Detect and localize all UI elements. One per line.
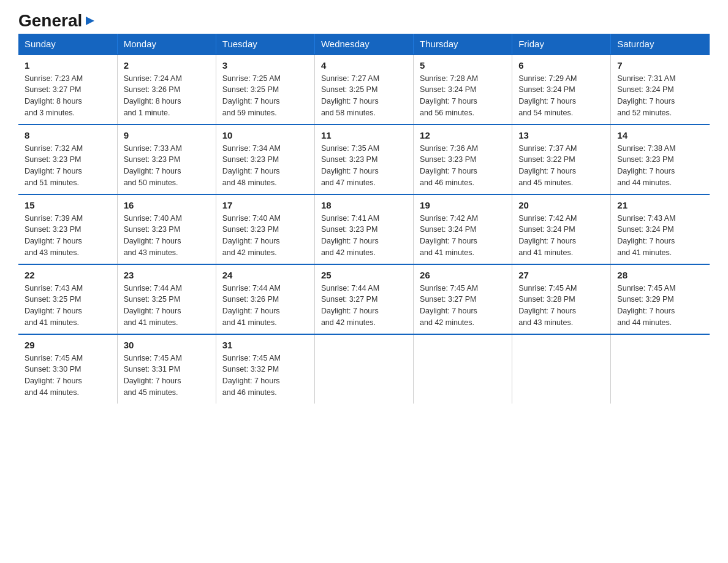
day-info: Sunrise: 7:45 AM Sunset: 3:30 PM Dayligh… [25, 353, 111, 399]
day-info: Sunrise: 7:43 AM Sunset: 3:25 PM Dayligh… [25, 283, 111, 329]
week-row-2: 8Sunrise: 7:32 AM Sunset: 3:23 PM Daylig… [18, 124, 710, 194]
calendar-cell [314, 334, 413, 404]
calendar-cell: 23Sunrise: 7:44 AM Sunset: 3:25 PM Dayli… [117, 264, 216, 334]
day-number: 18 [321, 200, 407, 210]
calendar-cell: 25Sunrise: 7:44 AM Sunset: 3:27 PM Dayli… [314, 264, 413, 334]
day-info: Sunrise: 7:45 AM Sunset: 3:31 PM Dayligh… [124, 353, 210, 399]
calendar-cell: 13Sunrise: 7:37 AM Sunset: 3:22 PM Dayli… [512, 124, 611, 194]
day-info: Sunrise: 7:43 AM Sunset: 3:24 PM Dayligh… [617, 213, 703, 259]
day-info: Sunrise: 7:27 AM Sunset: 3:25 PM Dayligh… [321, 73, 407, 119]
calendar-cell: 12Sunrise: 7:36 AM Sunset: 3:23 PM Dayli… [414, 124, 512, 194]
day-number: 17 [222, 200, 308, 210]
calendar-cell: 24Sunrise: 7:44 AM Sunset: 3:26 PM Dayli… [216, 264, 314, 334]
day-number: 31 [222, 340, 308, 350]
calendar-cell: 22Sunrise: 7:43 AM Sunset: 3:25 PM Dayli… [18, 264, 117, 334]
day-info: Sunrise: 7:44 AM Sunset: 3:27 PM Dayligh… [321, 283, 407, 329]
calendar-cell: 7Sunrise: 7:31 AM Sunset: 3:24 PM Daylig… [611, 55, 710, 124]
day-number: 10 [222, 130, 308, 140]
day-info: Sunrise: 7:37 AM Sunset: 3:22 PM Dayligh… [518, 143, 604, 189]
day-number: 13 [518, 130, 604, 140]
calendar-cell: 15Sunrise: 7:39 AM Sunset: 3:23 PM Dayli… [18, 194, 117, 264]
logo-triangle-icon [83, 14, 97, 28]
day-number: 8 [25, 130, 111, 140]
day-info: Sunrise: 7:44 AM Sunset: 3:25 PM Dayligh… [124, 283, 210, 329]
calendar-cell: 17Sunrise: 7:40 AM Sunset: 3:23 PM Dayli… [216, 194, 314, 264]
calendar-cell: 5Sunrise: 7:28 AM Sunset: 3:24 PM Daylig… [414, 55, 512, 124]
day-info: Sunrise: 7:25 AM Sunset: 3:25 PM Dayligh… [222, 73, 308, 119]
week-row-1: 1Sunrise: 7:23 AM Sunset: 3:27 PM Daylig… [18, 55, 710, 124]
calendar-cell: 27Sunrise: 7:45 AM Sunset: 3:28 PM Dayli… [512, 264, 611, 334]
day-number: 26 [420, 270, 506, 280]
day-info: Sunrise: 7:45 AM Sunset: 3:28 PM Dayligh… [518, 283, 604, 329]
day-info: Sunrise: 7:40 AM Sunset: 3:23 PM Dayligh… [124, 213, 210, 259]
day-info: Sunrise: 7:42 AM Sunset: 3:24 PM Dayligh… [420, 213, 506, 259]
calendar-cell: 8Sunrise: 7:32 AM Sunset: 3:23 PM Daylig… [18, 124, 117, 194]
day-number: 30 [124, 340, 210, 350]
calendar-cell: 29Sunrise: 7:45 AM Sunset: 3:30 PM Dayli… [18, 334, 117, 404]
day-info: Sunrise: 7:31 AM Sunset: 3:24 PM Dayligh… [617, 73, 703, 119]
weekday-header-row: SundayMondayTuesdayWednesdayThursdayFrid… [18, 34, 710, 55]
svg-marker-0 [86, 17, 94, 25]
day-info: Sunrise: 7:45 AM Sunset: 3:32 PM Dayligh… [222, 353, 308, 399]
calendar-cell: 11Sunrise: 7:35 AM Sunset: 3:23 PM Dayli… [314, 124, 413, 194]
calendar-cell [414, 334, 512, 404]
day-info: Sunrise: 7:35 AM Sunset: 3:23 PM Dayligh… [321, 143, 407, 189]
logo-general: General [18, 11, 82, 30]
weekday-header-monday: Monday [117, 34, 216, 55]
calendar-cell: 18Sunrise: 7:41 AM Sunset: 3:23 PM Dayli… [314, 194, 413, 264]
calendar-cell [512, 334, 611, 404]
day-number: 3 [222, 60, 308, 71]
calendar-cell: 1Sunrise: 7:23 AM Sunset: 3:27 PM Daylig… [18, 55, 117, 124]
day-info: Sunrise: 7:29 AM Sunset: 3:24 PM Dayligh… [518, 73, 604, 119]
day-number: 21 [617, 200, 703, 210]
day-info: Sunrise: 7:32 AM Sunset: 3:23 PM Dayligh… [25, 143, 111, 189]
day-info: Sunrise: 7:36 AM Sunset: 3:23 PM Dayligh… [420, 143, 506, 189]
day-number: 7 [617, 60, 703, 71]
day-number: 11 [321, 130, 407, 140]
page-header: General [18, 12, 710, 28]
calendar-cell: 2Sunrise: 7:24 AM Sunset: 3:26 PM Daylig… [117, 55, 216, 124]
weekday-header-wednesday: Wednesday [314, 34, 413, 55]
calendar-cell: 10Sunrise: 7:34 AM Sunset: 3:23 PM Dayli… [216, 124, 314, 194]
calendar-cell: 31Sunrise: 7:45 AM Sunset: 3:32 PM Dayli… [216, 334, 314, 404]
calendar-cell: 6Sunrise: 7:29 AM Sunset: 3:24 PM Daylig… [512, 55, 611, 124]
day-number: 29 [25, 340, 111, 350]
day-number: 24 [222, 270, 308, 280]
day-number: 16 [124, 200, 210, 210]
day-number: 27 [518, 270, 604, 280]
day-info: Sunrise: 7:45 AM Sunset: 3:29 PM Dayligh… [617, 283, 703, 329]
week-row-4: 22Sunrise: 7:43 AM Sunset: 3:25 PM Dayli… [18, 264, 710, 334]
day-info: Sunrise: 7:33 AM Sunset: 3:23 PM Dayligh… [124, 143, 210, 189]
day-number: 5 [420, 60, 506, 71]
day-info: Sunrise: 7:28 AM Sunset: 3:24 PM Dayligh… [420, 73, 506, 119]
day-info: Sunrise: 7:42 AM Sunset: 3:24 PM Dayligh… [518, 213, 604, 259]
day-info: Sunrise: 7:39 AM Sunset: 3:23 PM Dayligh… [25, 213, 111, 259]
weekday-header-tuesday: Tuesday [216, 34, 314, 55]
calendar-cell: 16Sunrise: 7:40 AM Sunset: 3:23 PM Dayli… [117, 194, 216, 264]
day-info: Sunrise: 7:38 AM Sunset: 3:23 PM Dayligh… [617, 143, 703, 189]
weekday-header-saturday: Saturday [611, 34, 710, 55]
calendar-cell: 20Sunrise: 7:42 AM Sunset: 3:24 PM Dayli… [512, 194, 611, 264]
day-number: 1 [25, 60, 111, 71]
calendar-cell [611, 334, 710, 404]
calendar-cell: 4Sunrise: 7:27 AM Sunset: 3:25 PM Daylig… [314, 55, 413, 124]
day-number: 25 [321, 270, 407, 280]
calendar-table: SundayMondayTuesdayWednesdayThursdayFrid… [18, 34, 710, 404]
day-info: Sunrise: 7:45 AM Sunset: 3:27 PM Dayligh… [420, 283, 506, 329]
day-number: 12 [420, 130, 506, 140]
weekday-header-thursday: Thursday [414, 34, 512, 55]
calendar-cell: 26Sunrise: 7:45 AM Sunset: 3:27 PM Dayli… [414, 264, 512, 334]
weekday-header-sunday: Sunday [18, 34, 117, 55]
calendar-cell: 30Sunrise: 7:45 AM Sunset: 3:31 PM Dayli… [117, 334, 216, 404]
calendar-cell: 21Sunrise: 7:43 AM Sunset: 3:24 PM Dayli… [611, 194, 710, 264]
day-number: 2 [124, 60, 210, 71]
logo: General [18, 12, 97, 28]
week-row-5: 29Sunrise: 7:45 AM Sunset: 3:30 PM Dayli… [18, 334, 710, 404]
week-row-3: 15Sunrise: 7:39 AM Sunset: 3:23 PM Dayli… [18, 194, 710, 264]
day-number: 6 [518, 60, 604, 71]
calendar-cell: 14Sunrise: 7:38 AM Sunset: 3:23 PM Dayli… [611, 124, 710, 194]
day-number: 15 [25, 200, 111, 210]
day-number: 23 [124, 270, 210, 280]
day-number: 14 [617, 130, 703, 140]
calendar-cell: 9Sunrise: 7:33 AM Sunset: 3:23 PM Daylig… [117, 124, 216, 194]
